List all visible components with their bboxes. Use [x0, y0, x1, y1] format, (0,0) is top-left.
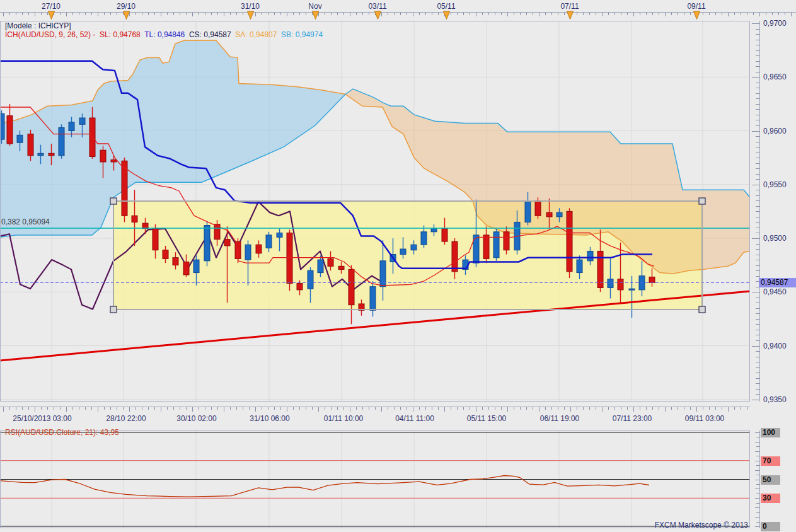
price-tick: [756, 330, 759, 330]
rsi-axis[interactable]: 1007050300: [750, 431, 796, 528]
time-tick: [482, 407, 483, 410]
candle-up: [525, 202, 531, 222]
price-label: 0,9550: [763, 180, 787, 189]
candle-up: [557, 212, 562, 217]
time-tick: [154, 13, 155, 15]
time-label-top: 27/10: [42, 2, 61, 11]
time-tick: [236, 407, 237, 410]
time-tick: [759, 13, 760, 16]
model-label: [Modèle : ICHICYP]: [5, 22, 323, 30]
time-tick: [400, 407, 401, 410]
price-tick: [756, 324, 759, 325]
time-tick: [583, 407, 584, 410]
time-tick: [457, 407, 458, 410]
rsi-tick: [756, 522, 759, 523]
time-tick: [407, 407, 407, 410]
time-tick: [514, 407, 514, 410]
price-tick: [756, 383, 759, 384]
time-tick: [274, 407, 275, 410]
rsi-tick: [755, 461, 759, 461]
time-tick: [646, 407, 647, 410]
price-tick: [756, 394, 759, 395]
price-tick: [756, 40, 759, 40]
rsi-tick: [756, 437, 759, 437]
time-tick: [224, 407, 224, 412]
price-tick: [756, 308, 759, 309]
candle-down: [649, 277, 655, 282]
selection-handle[interactable]: [699, 198, 705, 204]
time-label-bottom: 04/11 11:00: [395, 414, 434, 423]
time-tick: [16, 407, 16, 410]
time-tick: [9, 13, 10, 15]
time-tick: [3, 13, 4, 16]
time-label-top: 31/10: [241, 2, 260, 11]
candle-down: [618, 279, 623, 290]
time-tick: [753, 13, 754, 15]
time-label-bottom: 06/11 19:00: [540, 414, 580, 423]
time-tick: [306, 407, 306, 410]
time-tick: [394, 13, 395, 15]
candle-down: [256, 245, 262, 253]
time-axis-bottom[interactable]: 25/10/2013 03:0028/10 22:0030/10 02:0031…: [0, 402, 796, 431]
candle-down: [111, 160, 117, 162]
selection-handle[interactable]: [110, 306, 117, 313]
candle-down: [224, 240, 230, 246]
candle-up: [69, 122, 74, 131]
time-tick: [432, 13, 432, 15]
candle-up: [370, 287, 376, 311]
time-tick: [715, 407, 716, 410]
rsi-axis-label: 30: [761, 494, 780, 503]
price-axis[interactable]: 0,97000,96500,96000,95500,95000,94500,94…: [750, 21, 796, 402]
price-tick: [756, 276, 759, 277]
price-tick: [752, 400, 759, 400]
candle-down: [163, 250, 168, 259]
copyright-watermark: FXCM Marketscope © 2013: [655, 521, 748, 529]
price-tick: [752, 23, 759, 24]
main-chart-canvas[interactable]: [0, 21, 750, 402]
marketscope-window: 27/1029/1031/10Nov03/1105/1107/1109/11 […: [0, 0, 796, 532]
time-tick: [161, 13, 161, 16]
time-tick: [205, 13, 205, 15]
candle-down: [100, 150, 106, 162]
ichimoku-values: ICH(AUD/USD, 9, 26, 52) - SL: 0,94768 TL…: [5, 31, 323, 39]
price-tick: [756, 265, 759, 266]
time-tick: [369, 13, 369, 15]
time-tick: [117, 13, 117, 15]
time-tick: [533, 13, 533, 15]
rsi-tick: [755, 442, 759, 442]
time-tick: [98, 13, 98, 16]
time-tick: [167, 13, 168, 15]
selection-handle[interactable]: [699, 306, 705, 313]
time-tick: [268, 13, 268, 15]
time-axis-top[interactable]: 27/1029/1031/10Nov03/1105/1107/1109/11: [0, 0, 796, 21]
time-tick: [507, 407, 508, 412]
price-tick: [756, 55, 759, 56]
candle-down: [546, 212, 552, 217]
rsi-chart-canvas[interactable]: [0, 431, 750, 528]
time-tick: [495, 407, 495, 410]
candle-up: [308, 270, 313, 289]
rsi-tick: [755, 432, 759, 433]
time-tick: [425, 13, 426, 15]
candle-up: [493, 232, 499, 258]
time-tick: [236, 13, 237, 15]
candle-up: [204, 226, 210, 261]
top-ruler: [0, 12, 796, 13]
time-tick: [230, 407, 231, 410]
time-tick: [791, 13, 792, 16]
price-tick: [756, 163, 759, 164]
price-tick: [756, 206, 759, 207]
time-tick: [621, 13, 621, 15]
time-tick: [602, 13, 603, 16]
time-tick: [66, 13, 67, 16]
time-tick: [41, 407, 42, 410]
selection-handle[interactable]: [110, 198, 117, 204]
time-label-bottom: 09/11 03:00: [685, 414, 725, 423]
price-tick: [756, 195, 759, 196]
price-tick: [752, 77, 759, 78]
time-tick: [501, 407, 502, 410]
price-tick: [756, 147, 759, 147]
time-tick: [659, 13, 659, 15]
time-tick: [268, 407, 268, 410]
time-tick: [41, 13, 42, 15]
